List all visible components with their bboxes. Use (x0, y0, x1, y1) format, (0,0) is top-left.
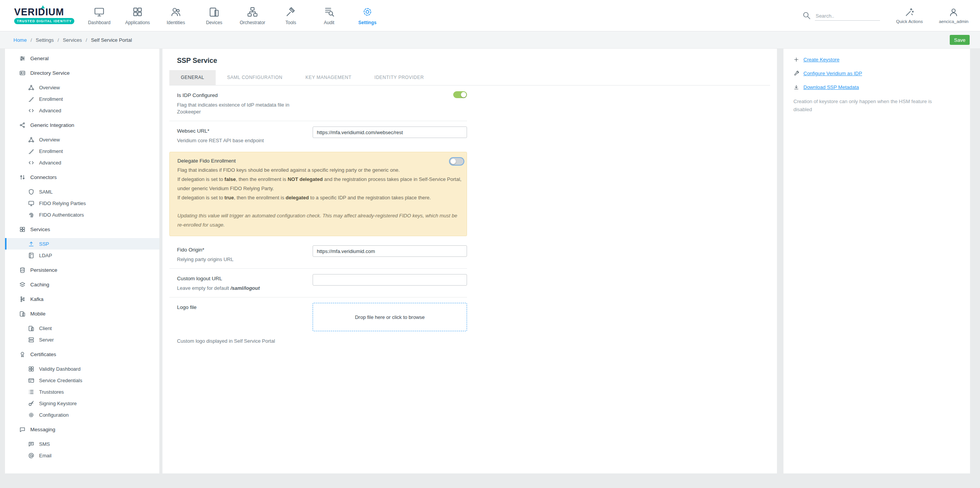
stairs-icon (28, 148, 34, 154)
sidebar-item-generic-enrollment[interactable]: Enrollment (5, 145, 159, 157)
brand-accent-mark (41, 5, 45, 8)
toggle-knob (451, 159, 456, 164)
breadcrumb-settings[interactable]: Settings (36, 37, 54, 43)
sidebar-item-signing-keystore[interactable]: Signing Keystore (5, 398, 159, 409)
field-is-idp-configured: Is IDP Configured Flag that indicates ex… (169, 85, 467, 121)
sidebar-item-ssp[interactable]: SSP (5, 238, 159, 250)
custom-logout-input[interactable] (313, 274, 467, 286)
quick-actions-button[interactable]: Quick Actions (896, 7, 923, 24)
nav-item-tools[interactable]: Tools (272, 0, 310, 31)
sidebar-item-general[interactable]: General (5, 53, 159, 64)
grid-icon (19, 226, 26, 233)
fido-origin-description: Relying party origins URL (177, 256, 303, 263)
sidebar-item-connectors[interactable]: Connectors (5, 171, 159, 183)
sidebar-item-persistence[interactable]: Persistence (5, 264, 159, 276)
nav-item-devices[interactable]: Devices (195, 0, 233, 31)
nav-item-audit[interactable]: Audit (310, 0, 348, 31)
sidebar-item-messaging[interactable]: Messaging (5, 424, 159, 435)
delegate-description-line-1: Flag that indicates if FIDO keys should … (177, 166, 464, 175)
nav-item-dashboard[interactable]: Dashboard (80, 0, 118, 31)
field-logo-file: Logo file Drop file here or click to bro… (169, 297, 467, 337)
logo-dropzone[interactable]: Drop file here or click to browse (313, 303, 467, 331)
configure-veridium-idp-link[interactable]: Configure Veridium as IDP (793, 69, 960, 77)
sidebar-item-service-credentials[interactable]: Service Credentials (5, 375, 159, 386)
gear-icon (28, 412, 34, 418)
nav-item-applications[interactable]: Applications (118, 0, 157, 31)
user-menu[interactable]: aencica_admin (939, 7, 969, 24)
field-fido-origin: Fido Origin* Relying party origins URL (169, 240, 467, 269)
custom-logout-label: Custom logout URL (177, 275, 303, 283)
nav-item-orchestrator[interactable]: Orchestrator (233, 0, 272, 31)
code-icon (28, 159, 34, 166)
sidebar-item-email[interactable]: Email (5, 450, 159, 461)
layers-icon (19, 281, 26, 288)
orchestrator-sitemap-icon (247, 6, 258, 18)
user-icon (949, 7, 959, 17)
tab-general[interactable]: GENERAL (169, 70, 216, 85)
card-icon (28, 377, 34, 384)
sidebar-item-services[interactable]: Services (5, 223, 159, 235)
sidebar-item-mobile-client[interactable]: Client (5, 322, 159, 334)
breadcrumb-separator: / (86, 37, 87, 43)
is-idp-configured-description: Flag that indicates existence of IdP met… (177, 102, 303, 115)
sidebar-item-fido-authenticators[interactable]: FIDO Authenticators (5, 209, 159, 220)
fido-origin-label: Fido Origin* (177, 246, 303, 254)
tab-key-management[interactable]: KEY MANAGEMENT (294, 70, 363, 85)
sidebar-item-directory-service[interactable]: Directory Service (5, 67, 159, 79)
sidebar-item-mobile-server[interactable]: Server (5, 334, 159, 345)
nav-item-identities[interactable]: Identities (157, 0, 195, 31)
is-idp-configured-toggle[interactable] (453, 91, 467, 98)
websec-url-label: Websec URL* (177, 127, 303, 135)
sms-bubble-icon (28, 441, 34, 447)
delegate-fido-toggle[interactable] (450, 158, 464, 165)
delegate-warning-note: Updating this value will trigger an auto… (177, 211, 464, 230)
tab-identity-provider[interactable]: IDENTITY PROVIDER (363, 70, 435, 85)
sidebar-item-truststores[interactable]: Truststores (5, 386, 159, 398)
sidebar-item-directory-enrollment[interactable]: Enrollment (5, 93, 159, 105)
page-title: SSP Service (162, 49, 777, 66)
delegate-fido-description: Flag that indicates if FIDO keys should … (177, 166, 464, 202)
download-ssp-metadata-link[interactable]: Download SSP Metadata (793, 83, 960, 91)
save-button[interactable]: Save (950, 35, 970, 45)
list-icon (28, 389, 34, 395)
tools-icon (285, 6, 297, 18)
tab-saml-configuration[interactable]: SAML CONFIGURATION (216, 70, 294, 85)
sidebar-item-caching[interactable]: Caching (5, 279, 159, 290)
key-icon (28, 400, 34, 407)
share-icon (19, 122, 26, 128)
breadcrumb-services[interactable]: Services (63, 37, 82, 43)
sidebar-item-validity-dashboard[interactable]: Validity Dashboard (5, 363, 159, 375)
devices-icon (208, 6, 220, 18)
field-websec-url: Websec URL* Veridium core REST API base … (169, 121, 467, 150)
sidebar-item-directory-advanced[interactable]: Advanced (5, 105, 159, 116)
breadcrumb-home[interactable]: Home (13, 37, 27, 43)
create-keystore-link[interactable]: Create Keystore (793, 56, 960, 63)
shield-icon (28, 189, 34, 195)
delegate-description-line-3: If delegation is set to true, then the e… (177, 193, 464, 202)
fido-origin-input[interactable] (313, 245, 467, 257)
sidebar-item-generic-overview[interactable]: Overview (5, 134, 159, 145)
nav-item-settings[interactable]: Settings (348, 0, 387, 31)
brand-logo[interactable]: VERIDIUM TRUSTED DIGITAL IDENTITY (14, 7, 72, 24)
sidebar-item-ldap[interactable]: LDAP (5, 250, 159, 261)
breadcrumb-separator: / (31, 37, 32, 43)
delegate-fido-label: Delegate Fido Enrollment (177, 157, 236, 165)
sidebar-item-sms[interactable]: SMS (5, 438, 159, 450)
sidebar-item-certificates[interactable]: Certificates (5, 348, 159, 360)
sidebar-item-configuration[interactable]: Configuration (5, 409, 159, 421)
dashboard-icon (93, 6, 105, 18)
upload-icon (28, 241, 34, 247)
stairs-icon (28, 96, 34, 102)
monitor-icon (28, 200, 34, 207)
sidebar-item-mobile[interactable]: Mobile (5, 308, 159, 319)
sidebar-item-generic-advanced[interactable]: Advanced (5, 157, 159, 168)
websec-url-input[interactable] (313, 127, 467, 138)
sidebar-item-fido-relying-parties[interactable]: FIDO Relying Parties (5, 197, 159, 209)
sidebar-item-generic-integration[interactable]: Generic Integration (5, 119, 159, 131)
ssp-service-panel: SSP Service GENERAL SAML CONFIGURATION K… (162, 49, 777, 473)
search-icon[interactable] (802, 11, 811, 20)
sidebar-item-kafka[interactable]: Kafka (5, 293, 159, 305)
sidebar-item-saml[interactable]: SAML (5, 186, 159, 197)
search-input[interactable] (815, 12, 880, 21)
sidebar-item-directory-overview[interactable]: Overview (5, 82, 159, 93)
